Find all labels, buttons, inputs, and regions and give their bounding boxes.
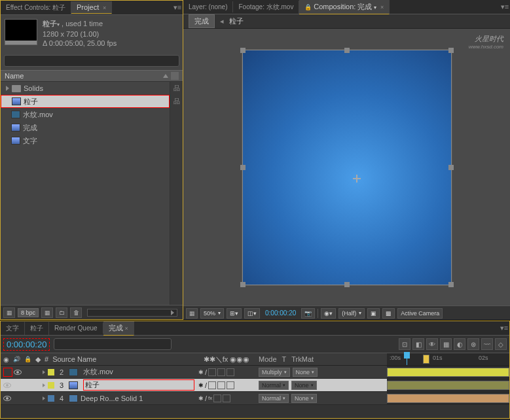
breadcrumb-root[interactable]: 完成: [189, 14, 215, 28]
timeline-tab-wancheng[interactable]: 完成×: [103, 321, 134, 336]
number-column[interactable]: #: [45, 355, 48, 363]
flowchart-icon[interactable]: 品: [170, 95, 183, 108]
resize-handle[interactable]: [344, 282, 350, 287]
label-color[interactable]: [48, 395, 54, 402]
resize-handle[interactable]: [240, 165, 246, 170]
interpret-footage-button[interactable]: ▦: [3, 307, 15, 318]
channel-button[interactable]: ◉▾: [321, 308, 336, 319]
source-name-column[interactable]: Source Name: [52, 355, 96, 363]
close-icon[interactable]: ×: [380, 4, 384, 10]
comp-marker[interactable]: [423, 355, 429, 364]
new-folder-button[interactable]: 🗀: [56, 307, 67, 318]
resize-handle[interactable]: [344, 48, 350, 53]
layer-switches[interactable]: ✱/: [197, 379, 256, 391]
auto-keyframe-button[interactable]: ◇: [495, 338, 507, 350]
graph-editor-button[interactable]: 〰: [481, 338, 493, 350]
snapshot-button[interactable]: 📷: [301, 308, 315, 319]
layer-bar-track[interactable]: [387, 366, 509, 378]
project-item-wancheng[interactable]: 完成: [1, 121, 170, 134]
layer-duration-bar[interactable]: [387, 368, 509, 377]
project-column-header[interactable]: Name: [1, 70, 183, 82]
layer-switches[interactable]: ✱/fx: [197, 392, 256, 404]
column-name[interactable]: Name: [5, 72, 163, 80]
layer-name[interactable]: 水纹.mov: [83, 367, 194, 377]
audio-column-icon[interactable]: 🔊: [13, 356, 20, 362]
resize-handle[interactable]: [240, 48, 246, 53]
switches-header[interactable]: ✱✱＼fx ◉◉◉: [197, 353, 256, 365]
tab-effect-controls[interactable]: Effect Controls: 粒子: [1, 1, 71, 14]
resize-handle[interactable]: [240, 282, 246, 287]
always-preview-button[interactable]: ▦: [186, 308, 198, 319]
resize-handle[interactable]: [448, 48, 454, 53]
project-list[interactable]: Solids 粒子 水纹.mov 完成: [1, 82, 183, 305]
label-column-icon[interactable]: ◆: [35, 355, 41, 364]
current-time-display[interactable]: 0:00:00:20: [3, 338, 50, 351]
layer-bar-track[interactable]: [387, 392, 509, 404]
current-time-indicator[interactable]: [407, 353, 407, 365]
expand-icon[interactable]: [43, 383, 45, 387]
expand-icon[interactable]: [43, 396, 45, 400]
new-comp-button[interactable]: ▦: [41, 307, 53, 318]
tab-footage[interactable]: Footage: 水纹.mov: [233, 1, 299, 14]
zoom-dropdown[interactable]: 50%: [200, 308, 224, 319]
layer-duration-bar[interactable]: [387, 394, 509, 403]
trkmat-dropdown[interactable]: None: [291, 381, 317, 390]
mode-column[interactable]: Mode: [259, 355, 277, 363]
visibility-toggle[interactable]: [3, 383, 11, 388]
delete-button[interactable]: 🗑: [70, 307, 82, 318]
draft3d-button[interactable]: ◧: [412, 338, 424, 350]
blend-mode-dropdown[interactable]: Normal: [259, 394, 289, 403]
tab-project[interactable]: Project ×: [71, 1, 112, 14]
shy-button[interactable]: 👁: [426, 338, 438, 350]
layer-switches[interactable]: ✱/: [197, 366, 256, 378]
timeline-tab-lizi[interactable]: 粒子: [25, 322, 49, 335]
bpc-button[interactable]: 8 bpc: [18, 308, 39, 317]
eye-column-icon[interactable]: ◉: [3, 356, 9, 363]
anchor-point-icon[interactable]: [353, 175, 361, 183]
tab-composition[interactable]: 🔒 Composition: 完成 ▾ ×: [299, 0, 390, 14]
viewer-timecode[interactable]: 0:00:00:20: [263, 309, 299, 317]
comp-mini-flowchart-button[interactable]: ⊡: [399, 338, 410, 350]
project-item-lizi[interactable]: 粒子: [1, 95, 170, 108]
brainstorm-button[interactable]: ⊛: [467, 338, 479, 350]
layer-bar-track[interactable]: [387, 379, 509, 391]
roi-button[interactable]: ▣: [367, 308, 380, 319]
t-column[interactable]: T: [282, 355, 287, 363]
resolution-dropdown[interactable]: (Half): [338, 308, 365, 319]
layer-name[interactable]: Deep Ro...e Solid 1: [81, 394, 194, 402]
label-color[interactable]: [48, 382, 54, 389]
grid-button[interactable]: ⊞▾: [227, 308, 242, 319]
resize-handle[interactable]: [448, 165, 454, 170]
project-item-shuiwen[interactable]: 水纹.mov: [1, 108, 170, 121]
visibility-toggle[interactable]: [3, 396, 11, 401]
timeline-tab-wenzi[interactable]: 文字: [1, 322, 25, 335]
sort-icon[interactable]: [163, 74, 168, 78]
resize-handle[interactable]: [448, 282, 454, 287]
close-icon[interactable]: ×: [103, 5, 106, 11]
label-column-icon[interactable]: [171, 72, 179, 80]
project-search-input[interactable]: [4, 55, 179, 67]
time-ruler[interactable]: :00s 01s 02s: [387, 353, 509, 365]
trkmat-column[interactable]: TrkMat: [291, 355, 314, 363]
expand-icon[interactable]: [43, 370, 45, 374]
timeline-search-input[interactable]: [54, 338, 172, 350]
frame-blend-button[interactable]: ▦: [440, 338, 452, 350]
panel-menu-icon[interactable]: ▾≡: [172, 3, 183, 12]
lock-column-icon[interactable]: 🔒: [24, 356, 31, 362]
camera-dropdown[interactable]: Active Camera: [397, 308, 443, 319]
timeline-tab-renderqueue[interactable]: Render Queue: [49, 323, 103, 334]
layer-row[interactable]: 3 粒子 ✱/ Normal None: [1, 379, 509, 392]
layer-row[interactable]: 2 水纹.mov ✱/ Multiply None: [1, 366, 509, 379]
panel-menu-icon[interactable]: ▾≡: [499, 324, 509, 332]
layer-name[interactable]: 粒子: [83, 379, 194, 391]
trkmat-dropdown[interactable]: None: [291, 394, 317, 403]
composition-viewer[interactable]: 火星时代 www.hxsd.com: [183, 29, 510, 306]
blend-mode-dropdown[interactable]: Normal: [259, 381, 289, 390]
layer-duration-bar[interactable]: [387, 381, 509, 390]
transparency-button[interactable]: ▩: [382, 308, 395, 319]
flowchart-icon[interactable]: 品: [170, 82, 183, 95]
trkmat-dropdown[interactable]: None: [293, 368, 318, 377]
project-item-solids[interactable]: Solids: [1, 82, 170, 95]
expand-icon[interactable]: [6, 86, 9, 91]
label-color[interactable]: [48, 369, 54, 376]
